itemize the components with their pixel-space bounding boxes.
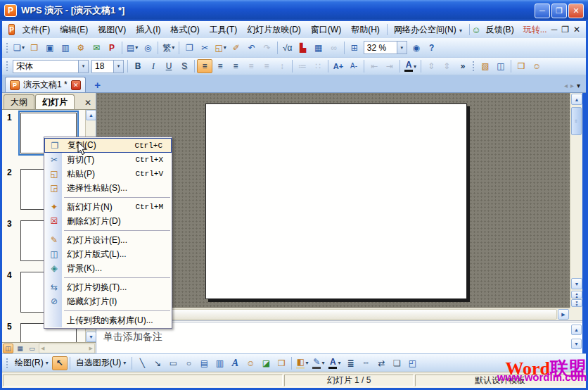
dash-style-button[interactable]: ╌ [358,356,373,370]
tab-scroll-right-icon[interactable]: ▸ [570,82,574,89]
scroll-right-icon[interactable]: ▶ [88,346,94,351]
tab-scroll-left-icon[interactable]: ◂ [564,82,568,89]
font-color-button[interactable]: A ▾ [402,59,418,73]
panel-horizontal-scrollbar[interactable]: ◀ ▶ [39,344,95,353]
material-library-tool-button[interactable]: ❒ [274,356,289,370]
menu-feedback[interactable]: 反馈(B) [481,23,519,37]
zoom-combobox[interactable]: 32 % ▾ [364,41,407,54]
select-tool-button[interactable]: ↖ [52,356,68,370]
bullet-list-button[interactable]: ∷ [310,59,326,73]
wordart-tool-button[interactable]: A [227,356,243,370]
context-menu-item-hide-slide[interactable]: ⊘ 隐藏幻灯片(I) [44,294,172,308]
justify-button[interactable]: ≡ [243,59,259,73]
table-button[interactable]: ▦ [311,41,326,55]
font-size-combobox[interactable]: 18 ▾ [91,60,124,73]
tab-outline[interactable]: 大纲 [4,94,34,109]
traditional-convert-button[interactable]: 繁▾ [160,41,177,55]
increase-font-button[interactable]: A+ [331,59,346,73]
menu-format[interactable]: 格式(O) [166,23,205,37]
context-menu-item-background[interactable]: ◈ 背景(K)... [44,261,172,275]
tab-slides[interactable]: 幻灯片 [35,94,75,109]
mdi-minimize-button[interactable]: ─ [551,25,558,34]
bold-button[interactable]: B [130,59,146,73]
menu-insert[interactable]: 插入(I) [131,23,165,37]
toolbar-grip[interactable] [6,24,6,35]
distribute-button[interactable]: ≡ [259,59,274,73]
rectangle-tool-button[interactable]: ▭ [165,356,181,370]
menu-file[interactable]: 文件(F) [18,23,55,37]
context-menu-item-delete-slide[interactable]: ☒ 删除幻灯片(D) [44,214,172,228]
menu-tools[interactable]: 工具(T) [205,23,242,37]
scroll-down-icon[interactable]: ▼ [86,332,96,342]
scroll-down-icon[interactable]: ▼ [571,278,582,289]
menu-edit[interactable]: 编辑(E) [55,23,93,37]
draw-menu-button[interactable]: 绘图(R)▾ [11,356,52,370]
context-menu-item-new-slide[interactable]: ✦ 新幻灯片(N) Ctrl+M [44,200,172,214]
mdi-close-button[interactable]: ✕ [573,25,580,34]
tab-list-icon[interactable]: ▾ [577,82,580,89]
underline-button[interactable]: U [161,59,177,73]
context-menu-item-slide-transition[interactable]: ⇆ 幻灯片切换(T)... [44,280,172,294]
autoshapes-menu-button[interactable]: 自选图形(U)▾ [72,356,130,370]
chevron-down-icon[interactable]: ▾ [78,61,88,73]
toolbar-grip[interactable] [6,61,9,72]
slide-editing-area[interactable] [205,103,467,299]
context-menu-item-slide-layout[interactable]: ◫ 幻灯片版式(L)... [44,247,172,261]
increase-spacing-button[interactable]: ⇕ [423,59,439,73]
scroll-up-icon[interactable]: ▲ [86,110,96,120]
find-button[interactable]: ◉ [409,41,424,55]
document-tab[interactable]: P 演示文稿1 * ✕ [5,77,86,92]
slide-sorter-view-button[interactable]: ▦ [15,344,25,353]
material-library-button[interactable]: ❒ [513,59,529,73]
slideshow-view-button[interactable]: ▭ [27,344,37,353]
chevron-down-icon[interactable]: ▾ [113,61,123,73]
tab-close-icon[interactable]: ✕ [71,80,81,90]
draw-font-color-button[interactable]: A ▾ [326,356,343,370]
chart-button[interactable]: ▙ [295,41,311,55]
paste-button[interactable]: ◱▾ [212,41,228,55]
close-button[interactable]: ✕ [568,4,584,18]
cut-button[interactable]: ✂ [197,41,212,55]
menu-network-office[interactable]: 网络办公空间(N) ▾ [389,23,467,37]
format-painter-button[interactable]: ✐ [229,41,244,55]
redo-button[interactable]: ↷ [260,41,275,55]
align-center-button[interactable]: ≡ [212,59,228,73]
textbox-tool-button[interactable]: ▤ [196,356,212,370]
context-menu-item-paste-special[interactable]: ◲ 选择性粘贴(S)... [44,181,172,195]
undo-button[interactable]: ↶ [244,41,260,55]
encrypt-button[interactable]: ⚙ [73,41,89,55]
arrow-style-button[interactable]: ⇄ [373,356,389,370]
toolbar-grip[interactable] [6,358,9,369]
print-preview-button[interactable]: ◎ [140,41,155,55]
text-shadow-button[interactable]: S [177,59,192,73]
scrollbar-thumb[interactable]: ≡ [571,107,582,135]
toolbar-grip[interactable] [6,42,9,54]
open-button[interactable]: ❒ [27,41,42,55]
slide-layout-pane-button[interactable]: ◫ [493,59,509,73]
picture-tool-button[interactable]: ◪ [258,356,274,370]
panel-close-icon[interactable]: ✕ [84,98,94,109]
new-button[interactable]: ❏▾ [11,41,27,55]
user-search-button[interactable]: ☺ [529,59,544,73]
normal-view-button[interactable]: ◫ [3,344,13,353]
save-as-button[interactable]: ▥ [58,41,73,55]
status-design-template[interactable]: 默认设计模板 [415,375,585,386]
threed-style-button[interactable]: ◰ [404,356,420,370]
help-button[interactable]: ? [424,41,440,55]
line-color-button[interactable]: ✎ ▾ [310,356,326,370]
align-left-button[interactable]: ≡ [197,59,212,73]
decrease-indent-button[interactable]: ⇤ [366,59,382,73]
scroll-left-icon[interactable]: ◀ [39,346,46,351]
chevron-down-icon[interactable]: ▾ [397,42,407,54]
numbered-list-button[interactable]: ≔ [295,59,310,73]
task-pane-button[interactable]: ▧ [478,59,493,73]
context-menu-item-upload-material[interactable]: 上传到我的素材库(U)... [44,313,172,327]
scroll-right-icon[interactable]: ▶ [558,309,569,320]
hyperlink-button[interactable]: ∞ [326,41,342,55]
menu-promo[interactable]: 玩转... [519,23,551,37]
increase-indent-button[interactable]: ⇥ [382,59,397,73]
scroll-up-icon[interactable]: ▲ [571,94,582,105]
save-button[interactable]: ▣ [42,41,58,55]
toolbar-grip[interactable] [472,61,475,72]
export-pdf-button[interactable]: P [104,41,120,55]
